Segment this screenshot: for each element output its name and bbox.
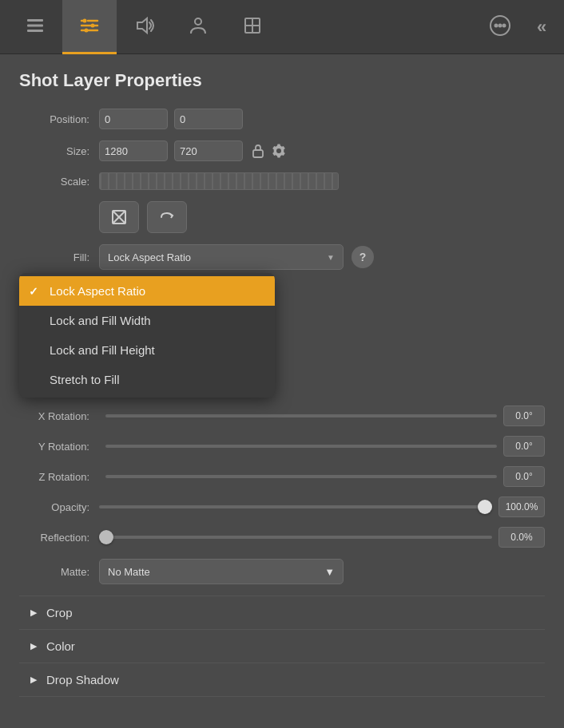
position-y-input[interactable]	[174, 109, 243, 129]
section-crop-label: Crop	[46, 606, 73, 619]
size-height-input[interactable]	[174, 140, 243, 161]
svg-marker-12	[137, 18, 147, 33]
opacity-value[interactable]: 100.0%	[498, 497, 545, 517]
dropdown-item-label: Lock Aspect Ratio	[50, 284, 145, 298]
section-color-label: Color	[46, 639, 75, 653]
page-title: Shot Layer Properties	[19, 70, 545, 91]
drop-shadow-arrow-icon: ▶	[30, 675, 37, 685]
y-rotation-value[interactable]: 0.0°	[503, 436, 545, 457]
svg-point-19	[499, 25, 502, 27]
fill-dropdown-value: Lock Aspect Ratio	[108, 251, 191, 263]
x-rotation-label: X Rotation:	[19, 410, 99, 422]
size-label: Size:	[19, 145, 99, 157]
check-icon: ✓	[29, 285, 38, 298]
position-row: Position:	[19, 109, 545, 129]
svg-rect-1	[27, 25, 43, 27]
matte-row: Matte: No Matte ▼	[19, 559, 545, 584]
z-rotation-slider[interactable]	[105, 475, 497, 478]
z-rotation-label: Z Rotation:	[19, 471, 99, 483]
buttons-row	[19, 201, 545, 233]
opacity-slider[interactable]	[99, 505, 492, 508]
tab-layers[interactable]	[8, 0, 62, 54]
dropdown-item-fill-width[interactable]: Lock and Fill Width	[19, 306, 275, 335]
scale-row: Scale:	[19, 172, 545, 190]
dropdown-item-label: Lock and Fill Width	[50, 314, 151, 327]
position-x-input[interactable]	[99, 109, 168, 129]
sections: ▶ Crop ▶ Color ▶ Drop Shadow	[19, 595, 545, 697]
matte-value: No Matte	[108, 566, 150, 578]
tab-bar: «	[0, 0, 564, 54]
dropdown-item-stretch[interactable]: Stretch to Fill	[19, 365, 275, 394]
svg-point-13	[195, 18, 201, 25]
svg-rect-21	[253, 150, 263, 157]
reflection-row: Reflection: 0.0%	[19, 527, 545, 548]
section-drop-shadow[interactable]: ▶ Drop Shadow	[19, 663, 545, 697]
z-rotation-value[interactable]: 0.0°	[503, 466, 545, 487]
tab-person[interactable]	[171, 0, 225, 54]
tab-transform[interactable]	[225, 0, 280, 54]
opacity-row: Opacity: 100.0%	[19, 497, 545, 517]
reflection-thumb[interactable]	[99, 530, 113, 544]
tab-more[interactable]	[473, 0, 527, 54]
tab-audio[interactable]	[117, 0, 171, 54]
svg-point-18	[495, 25, 498, 27]
fill-row: Fill: Lock Aspect Ratio ▼ ? ✓ Lock Aspec…	[19, 244, 545, 270]
z-rotation-row: Z Rotation: 0.0°	[19, 466, 545, 487]
section-color[interactable]: ▶ Color	[19, 629, 545, 663]
scale-label: Scale:	[19, 176, 99, 188]
fill-label: Fill:	[19, 251, 99, 263]
collapse-button[interactable]: «	[527, 0, 556, 54]
x-rotation-slider[interactable]	[105, 414, 497, 417]
tab-properties[interactable]	[62, 0, 117, 54]
y-rotation-slider[interactable]	[105, 445, 497, 448]
section-drop-shadow-label: Drop Shadow	[46, 673, 119, 686]
reflection-label: Reflection:	[19, 532, 99, 544]
fill-dropdown-arrow: ▼	[327, 253, 335, 262]
fill-dropdown-menu: ✓ Lock Aspect Ratio Lock and Fill Width …	[19, 273, 275, 398]
dropdown-item-label: Stretch to Fill	[50, 373, 120, 386]
x-rotation-value[interactable]: 0.0°	[503, 406, 545, 426]
matte-label: Matte:	[19, 566, 99, 578]
scale-slider[interactable]	[99, 172, 339, 190]
fill-help-button[interactable]: ?	[352, 246, 374, 268]
dropdown-item-lock-aspect[interactable]: ✓ Lock Aspect Ratio	[19, 276, 275, 306]
reflection-slider[interactable]	[99, 536, 492, 539]
matte-dropdown[interactable]: No Matte ▼	[99, 559, 344, 584]
fill-dropdown[interactable]: Lock Aspect Ratio ▼	[99, 244, 344, 270]
opacity-thumb[interactable]	[478, 500, 492, 514]
size-row: Size:	[19, 140, 545, 161]
rotation-area: X Rotation: 0.0° Y Rotation: 0.0° Z Rota…	[19, 406, 545, 584]
svg-rect-2	[27, 30, 43, 32]
dropdown-item-label: Lock and Fill Height	[50, 343, 155, 357]
lock-icon[interactable]	[249, 142, 267, 160]
svg-point-20	[503, 25, 506, 27]
reflection-value[interactable]: 0.0%	[498, 527, 545, 548]
gear-icon[interactable]	[270, 142, 288, 160]
x-rotation-row: X Rotation: 0.0°	[19, 406, 545, 426]
svg-rect-0	[27, 19, 43, 22]
reset-icon-button[interactable]	[147, 201, 187, 233]
position-label: Position:	[19, 113, 99, 125]
crop-icon-button[interactable]	[99, 201, 139, 233]
size-width-input[interactable]	[99, 140, 168, 161]
y-rotation-row: Y Rotation: 0.0°	[19, 436, 545, 457]
color-arrow-icon: ▶	[30, 641, 37, 651]
section-crop[interactable]: ▶ Crop	[19, 595, 545, 629]
matte-arrow: ▼	[324, 566, 335, 578]
properties-panel: Shot Layer Properties Position: Size: Sc…	[0, 54, 564, 713]
opacity-label: Opacity:	[19, 501, 99, 513]
y-rotation-label: Y Rotation:	[19, 441, 99, 453]
dropdown-item-fill-height[interactable]: Lock and Fill Height	[19, 335, 275, 365]
crop-arrow-icon: ▶	[30, 607, 37, 618]
